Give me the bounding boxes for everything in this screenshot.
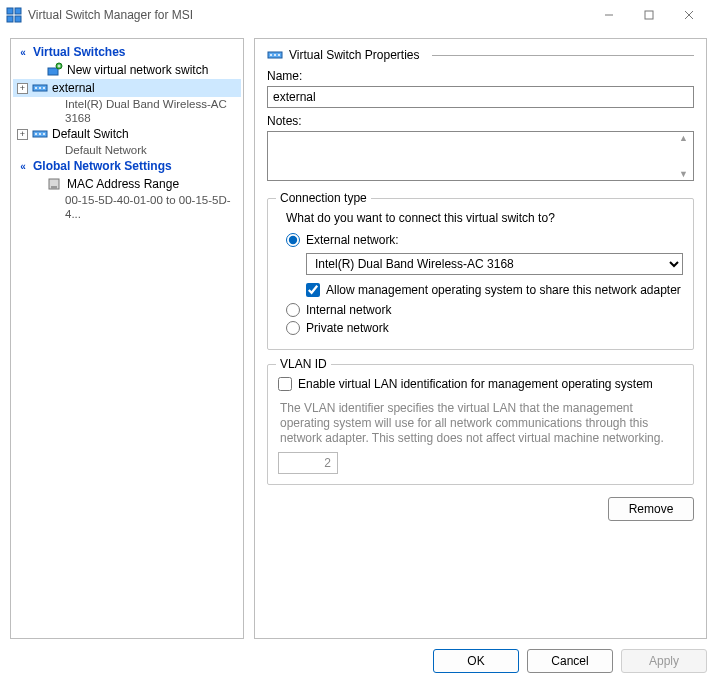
connection-type-prompt: What do you want to connect this virtual…: [286, 211, 683, 225]
radio-private[interactable]: Private network: [286, 321, 683, 335]
svg-rect-5: [645, 11, 653, 19]
connection-type-group: Connection type What do you want to conn…: [267, 198, 694, 350]
minimize-button[interactable]: [589, 0, 629, 30]
tree-item-label: external: [52, 80, 95, 96]
allow-mgmt-os-label: Allow management operating system to sha…: [326, 283, 681, 297]
allow-mgmt-os[interactable]: Allow management operating system to sha…: [306, 283, 683, 297]
cancel-button[interactable]: Cancel: [527, 649, 613, 673]
vlan-legend: VLAN ID: [276, 357, 331, 371]
new-switch-icon: [47, 62, 63, 78]
name-label: Name:: [267, 69, 694, 83]
vlan-help-text: The VLAN identifier specifies the virtua…: [280, 401, 681, 446]
tree-item-label: Default Switch: [52, 126, 129, 142]
radio-internal[interactable]: Internal network: [286, 303, 683, 317]
name-input[interactable]: [267, 86, 694, 108]
radio-internal-label: Internal network: [306, 303, 391, 317]
vlan-enable-checkbox[interactable]: [278, 377, 292, 391]
vlan-enable-label: Enable virtual LAN identification for ma…: [298, 377, 653, 391]
svg-rect-1: [15, 8, 21, 14]
notes-label: Notes:: [267, 114, 694, 128]
tree-section-label: Virtual Switches: [33, 45, 125, 59]
apply-button: Apply: [621, 649, 707, 673]
svg-rect-21: [51, 186, 57, 189]
properties-header-row: Virtual Switch Properties: [267, 47, 694, 63]
expander-placeholder: [17, 65, 28, 76]
collapse-icon: «: [17, 161, 29, 172]
radio-private-input[interactable]: [286, 321, 300, 335]
tree-section-virtual-switches[interactable]: « Virtual Switches: [13, 43, 241, 61]
svg-rect-3: [15, 16, 21, 22]
notes-input[interactable]: [267, 131, 694, 181]
svg-point-25: [278, 54, 280, 56]
vlan-enable[interactable]: Enable virtual LAN identification for ma…: [278, 377, 683, 391]
svg-point-24: [274, 54, 276, 56]
svg-rect-2: [7, 16, 13, 22]
properties-pane: Virtual Switch Properties Name: Notes: ▲…: [254, 38, 707, 639]
tree-item-external[interactable]: + external: [13, 79, 241, 97]
radio-internal-input[interactable]: [286, 303, 300, 317]
close-button[interactable]: [669, 0, 709, 30]
expander-icon[interactable]: +: [17, 129, 28, 140]
svg-point-14: [39, 87, 41, 89]
svg-point-15: [43, 87, 45, 89]
tree-item-detail: 00-15-5D-40-01-00 to 00-15-5D-4...: [13, 193, 241, 221]
nic-icon: [47, 176, 63, 192]
expander-placeholder: [17, 179, 28, 190]
radio-private-label: Private network: [306, 321, 389, 335]
switch-icon: [267, 47, 283, 63]
expander-icon[interactable]: +: [17, 83, 28, 94]
svg-rect-0: [7, 8, 13, 14]
tree-section-global-network[interactable]: « Global Network Settings: [13, 157, 241, 175]
tree-item-mac-range[interactable]: MAC Address Range: [13, 175, 241, 193]
radio-external-label: External network:: [306, 233, 399, 247]
tree-item-default-switch[interactable]: + Default Switch: [13, 125, 241, 143]
switch-icon: [32, 80, 48, 96]
svg-rect-8: [48, 68, 58, 75]
vlan-group: VLAN ID Enable virtual LAN identificatio…: [267, 364, 694, 485]
connection-type-legend: Connection type: [276, 191, 371, 205]
svg-point-19: [43, 133, 45, 135]
maximize-button[interactable]: [629, 0, 669, 30]
adapter-select[interactable]: Intel(R) Dual Band Wireless-AC 3168: [306, 253, 683, 275]
switch-icon: [32, 126, 48, 142]
tree-section-label: Global Network Settings: [33, 159, 172, 173]
svg-point-18: [39, 133, 41, 135]
tree-item-detail: Intel(R) Dual Band Wireless-AC 3168: [13, 97, 241, 125]
dialog-button-row: OK Cancel Apply: [10, 639, 707, 673]
ok-button[interactable]: OK: [433, 649, 519, 673]
remove-button[interactable]: Remove: [608, 497, 694, 521]
svg-point-17: [35, 133, 37, 135]
tree-pane: « Virtual Switches New virtual: [10, 38, 244, 639]
svg-point-23: [270, 54, 272, 56]
titlebar: Virtual Switch Manager for MSI: [0, 0, 717, 30]
vlan-id-input: [278, 452, 338, 474]
tree-item-label: MAC Address Range: [67, 176, 179, 192]
divider: [432, 55, 695, 56]
tree-item-label: New virtual network switch: [67, 62, 208, 78]
svg-point-13: [35, 87, 37, 89]
tree-item-detail: Default Network: [13, 143, 241, 157]
collapse-icon: «: [17, 47, 29, 58]
notes-scroll[interactable]: ▲▼: [679, 133, 691, 179]
properties-header: Virtual Switch Properties: [289, 48, 420, 62]
radio-external[interactable]: External network:: [286, 233, 683, 247]
app-icon: [6, 7, 22, 23]
radio-external-input[interactable]: [286, 233, 300, 247]
tree-item-new-switch[interactable]: New virtual network switch: [13, 61, 241, 79]
allow-mgmt-os-checkbox[interactable]: [306, 283, 320, 297]
window-title: Virtual Switch Manager for MSI: [22, 8, 589, 22]
